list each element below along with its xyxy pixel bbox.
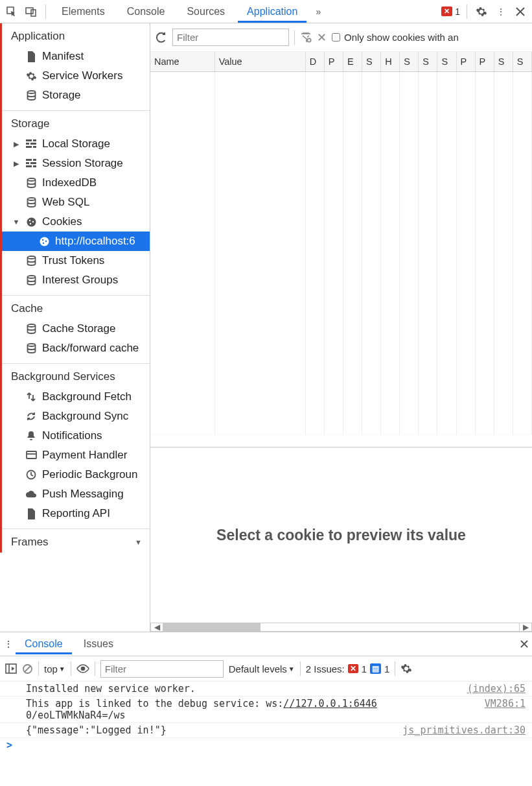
sidebar-item-service-workers[interactable]: Service Workers — [2, 66, 150, 86]
column-header[interactable]: H — [381, 52, 400, 71]
source-link[interactable]: (index):65 — [467, 683, 526, 695]
sidebar-item-bg-sync[interactable]: Background Sync — [2, 407, 150, 426]
svg-rect-33 — [6, 664, 16, 673]
tab-application[interactable]: Application — [238, 1, 306, 23]
svg-rect-5 — [33, 139, 36, 141]
tab-sources[interactable]: Sources — [178, 1, 234, 23]
sidebar-item-cache-storage[interactable]: Cache Storage — [2, 319, 150, 339]
eye-icon[interactable] — [76, 664, 89, 673]
chevron-down-icon[interactable]: ▼ — [135, 538, 142, 546]
drawer-tab-issues[interactable]: Issues — [75, 634, 122, 654]
sidebar-item-bfcache[interactable]: Back/forward cache — [2, 339, 150, 358]
column-header[interactable]: Name — [150, 52, 214, 71]
svg-rect-10 — [26, 159, 32, 161]
column-header[interactable]: D — [305, 52, 324, 71]
sidebar-item-cookie-origin[interactable]: http://localhost:6 — [2, 232, 150, 251]
issues-indicator[interactable]: 2 Issues: ✕1 ▤1 — [306, 663, 390, 674]
context-selector[interactable]: top ▼ — [44, 663, 65, 674]
column-header[interactable]: Value — [214, 52, 305, 71]
more-tabs-icon[interactable]: » — [310, 4, 326, 19]
source-link[interactable]: js_primitives.dart:30 — [402, 724, 526, 736]
sidebar-item-manifest[interactable]: Manifest — [2, 47, 150, 66]
cookie-preview: Select a cookie to preview its value — [150, 447, 532, 623]
sidebar-item-storage[interactable]: Storage — [2, 86, 150, 105]
svg-rect-7 — [30, 143, 36, 145]
column-header[interactable]: S — [513, 52, 531, 71]
console-line[interactable]: This app is linked to the debug service:… — [0, 697, 532, 723]
sidebar-item-interest-groups[interactable]: Interest Groups — [2, 270, 150, 290]
refresh-icon[interactable] — [156, 32, 167, 43]
source-link[interactable]: VM286:1 — [485, 698, 526, 721]
cookie-table[interactable]: NameValueDPESHSSSPPSS — [150, 52, 532, 447]
sidebar-item-websql[interactable]: Web SQL — [2, 193, 150, 212]
only-show-checkbox[interactable] — [332, 33, 340, 42]
sidebar-item-periodic-bg-sync[interactable]: Periodic Backgroun — [2, 465, 150, 484]
sidebar-item-session-storage[interactable]: ▶Session Storage — [2, 154, 150, 173]
label: Notifications — [42, 429, 102, 442]
svg-point-25 — [42, 242, 43, 243]
column-header[interactable]: P — [324, 52, 343, 71]
sidebar-item-cookies[interactable]: ▼Cookies — [2, 212, 150, 232]
console-output[interactable]: Installed new service worker.(index):65 … — [0, 682, 532, 786]
application-sidebar[interactable]: Application Manifest Service Workers Sto… — [0, 23, 150, 632]
label: Session Storage — [42, 157, 123, 170]
tab-elements[interactable]: Elements — [52, 1, 114, 23]
svg-point-21 — [29, 222, 30, 224]
document-icon — [25, 51, 37, 62]
kebab-icon[interactable]: ⋮ — [4, 639, 13, 649]
column-header[interactable]: P — [475, 52, 494, 71]
document-icon — [25, 508, 37, 519]
gear-icon[interactable] — [474, 4, 489, 19]
sidebar-toggle-icon[interactable] — [5, 663, 17, 674]
gear-icon[interactable] — [400, 663, 412, 674]
levels-selector[interactable]: Default levels ▼ — [229, 663, 295, 674]
column-header[interactable]: S — [437, 52, 456, 71]
console-line[interactable]: {"message":"Logged in!"}js_primitives.da… — [0, 723, 532, 738]
clear-filter-icon[interactable] — [300, 32, 312, 43]
svg-point-16 — [27, 178, 35, 181]
info-chip: ▤ — [370, 663, 381, 674]
kebab-icon[interactable]: ⋮ — [493, 4, 509, 19]
sidebar-item-payment[interactable]: Payment Handler — [2, 446, 150, 465]
drawer-tabs: ⋮ Console Issues — [0, 632, 532, 656]
clear-console-icon[interactable] — [22, 663, 33, 674]
svg-point-35 — [81, 667, 84, 671]
filter-input[interactable] — [172, 29, 289, 46]
error-indicator[interactable]: ✕1 — [441, 6, 460, 17]
label: Reporting API — [42, 507, 110, 520]
sidebar-item-trust-tokens[interactable]: Trust Tokens — [2, 251, 150, 270]
label: Local Storage — [42, 137, 110, 150]
sidebar-item-local-storage[interactable]: ▶Local Storage — [2, 134, 150, 154]
separator — [45, 5, 46, 19]
label: Service Workers — [42, 69, 122, 82]
console-prompt[interactable]: > — [0, 738, 532, 752]
horizontal-scrollbar[interactable]: ◀▶ — [150, 623, 532, 632]
sidebar-item-bg-fetch[interactable]: Background Fetch — [2, 387, 150, 407]
close-icon[interactable] — [513, 4, 528, 19]
ws-link[interactable]: //127.0.0.1:6446 — [283, 698, 377, 709]
column-header[interactable]: E — [343, 52, 362, 71]
sidebar-item-push[interactable]: Push Messaging — [2, 484, 150, 504]
column-header[interactable]: P — [456, 52, 475, 71]
transfer-icon — [25, 392, 37, 402]
column-header[interactable]: S — [419, 52, 437, 71]
section-bg-services: Background Services — [2, 364, 150, 387]
column-header[interactable]: S — [362, 52, 381, 71]
svg-point-23 — [41, 239, 43, 240]
label: http://localhost:6 — [55, 235, 135, 248]
delete-icon[interactable]: ✕ — [317, 30, 327, 45]
sidebar-item-notifications[interactable]: Notifications — [2, 426, 150, 446]
console-line[interactable]: Installed new service worker.(index):65 — [0, 682, 532, 697]
column-header[interactable]: S — [494, 52, 513, 71]
sidebar-item-reporting[interactable]: Reporting API — [2, 504, 150, 523]
chevron-right-icon: ▶ — [12, 160, 20, 168]
drawer-tab-console[interactable]: Console — [16, 634, 72, 654]
column-header[interactable]: S — [400, 52, 419, 71]
svg-rect-4 — [26, 139, 32, 141]
console-filter-input[interactable] — [100, 660, 224, 678]
tab-console[interactable]: Console — [118, 1, 174, 23]
device-toggle-icon[interactable] — [23, 4, 39, 19]
inspect-icon[interactable] — [4, 4, 19, 19]
close-icon[interactable] — [520, 640, 528, 648]
sidebar-item-indexeddb[interactable]: IndexedDB — [2, 173, 150, 193]
